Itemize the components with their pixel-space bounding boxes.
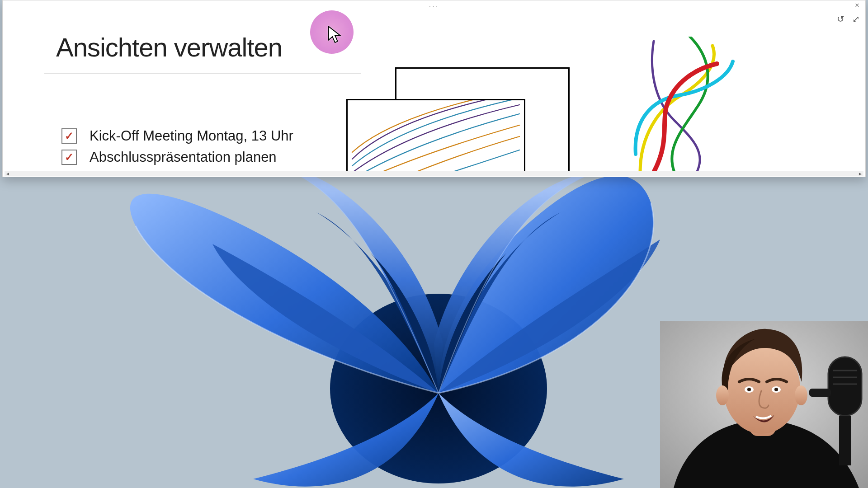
close-button[interactable]: ×: [853, 1, 862, 10]
horizontal-scrollbar[interactable]: ◄ ►: [5, 171, 863, 176]
webcam-overlay: [660, 321, 868, 488]
scroll-right-icon[interactable]: ►: [858, 171, 863, 176]
list-item-label: Kick-Off Meeting Montag, 13 Uhr: [90, 126, 293, 146]
checkbox-icon[interactable]: ✓: [61, 150, 77, 165]
list-item[interactable]: ✓ Abschlusspräsentation planen: [61, 147, 293, 168]
quick-note-window[interactable]: ··· × ↺ ⤢ Ansichten verwalten ✓ Kick-Off…: [2, 0, 866, 177]
note-titlebar[interactable]: ··· ×: [3, 0, 865, 9]
svg-point-6: [795, 385, 807, 405]
svg-rect-17: [809, 389, 831, 397]
checkbox-icon[interactable]: ✓: [61, 128, 77, 144]
page-title[interactable]: Ansichten verwalten: [56, 32, 282, 62]
list-item-label: Abschlusspräsentation planen: [90, 147, 277, 168]
cursor-highlight: [310, 10, 354, 54]
svg-rect-11: [828, 357, 862, 416]
checklist: ✓ Kick-Off Meeting Montag, 13 Uhr ✓ Absc…: [61, 126, 293, 171]
svg-point-10: [774, 388, 778, 391]
svg-point-5: [716, 385, 729, 405]
title-underline: [44, 74, 361, 74]
svg-rect-16: [839, 416, 851, 465]
scroll-left-icon[interactable]: ◄: [5, 171, 10, 176]
svg-point-9: [747, 388, 751, 391]
note-canvas[interactable]: Ansichten verwalten ✓ Kick-Off Meeting M…: [3, 9, 865, 171]
list-item[interactable]: ✓ Kick-Off Meeting Montag, 13 Uhr: [61, 126, 293, 146]
ink-scribble: [627, 37, 753, 171]
